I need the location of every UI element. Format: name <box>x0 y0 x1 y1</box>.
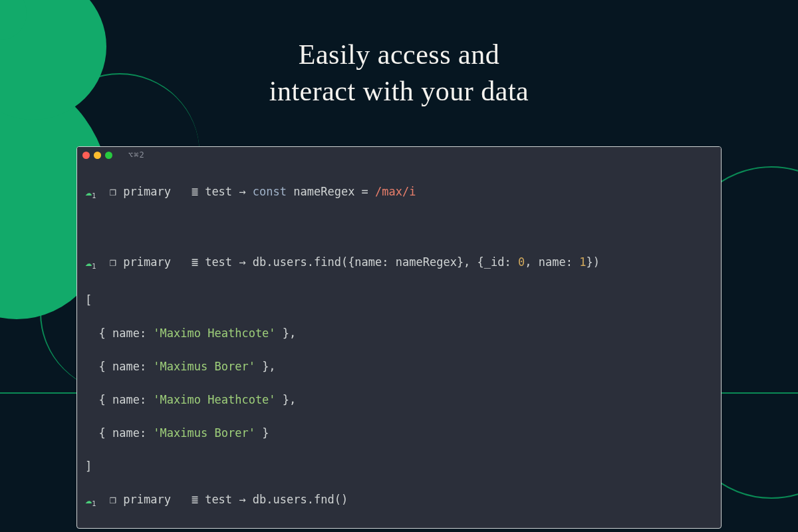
cmd2-n0: 0 <box>518 255 525 269</box>
prompt-index: 1 <box>92 192 96 200</box>
r2-pre: { name: <box>85 360 153 373</box>
r3-post: }, <box>276 393 297 406</box>
r4-pre: { name: <box>85 426 153 440</box>
prompt-index: 1 <box>92 500 96 507</box>
cmd1-regex: /max/i <box>375 185 416 198</box>
result-row-2: { name: 'Maximus Borer' }, <box>85 358 713 375</box>
terminal-tab-label: ⌥⌘2 <box>128 147 145 164</box>
terminal-titlebar: ⌥⌘2 <box>77 147 721 163</box>
terminal-body[interactable]: ☁1 ❐ primary ≣ test → const nameRegex = … <box>77 163 721 529</box>
r4-post: } <box>255 426 269 440</box>
result-close: ] <box>85 458 713 475</box>
database-icon: ≣ <box>192 255 198 269</box>
term-line-3: ☁1 ❐ primary ≣ test → db.users.fnd() <box>85 491 713 512</box>
term-line-1: ☁1 ❐ primary ≣ test → const nameRegex = … <box>85 184 713 204</box>
prompt-node: primary <box>123 255 171 269</box>
prompt-db: test <box>205 255 232 269</box>
cmd2: db.users.find({name: nameRegex}, {_id: <box>253 255 518 269</box>
result-row-4: { name: 'Maximus Borer' } <box>85 425 713 442</box>
r1-post: }, <box>276 327 297 340</box>
terminal-window[interactable]: ⌥⌘2 ☁1 ❐ primary ≣ test → const nameRege… <box>76 146 722 529</box>
headline-line-2: interact with your data <box>269 76 529 106</box>
cloud-icon: ☁ <box>85 255 92 269</box>
cloud-icon: ☁ <box>85 493 92 506</box>
kw-const: const <box>253 185 287 198</box>
cmd2-n1: 1 <box>579 255 586 269</box>
database-icon: ≣ <box>192 493 198 506</box>
traffic-minimize-icon[interactable] <box>94 152 101 159</box>
term-line-2: ☁1 ❐ primary ≣ test → db.users.find({nam… <box>85 254 713 275</box>
r2-string: 'Maximus Borer' <box>153 360 255 373</box>
stack-icon: ❐ <box>110 185 116 198</box>
prompt-db: test <box>205 493 232 506</box>
traffic-close-icon[interactable] <box>82 152 90 159</box>
stack-icon: ❐ <box>110 255 116 269</box>
hero-headline: Easily access and interact with your dat… <box>0 37 798 109</box>
cloud-icon: ☁ <box>85 185 92 198</box>
r4-string: 'Maximus Borer' <box>153 426 255 440</box>
r1-string: 'Maximo Heathcote' <box>153 327 275 340</box>
prompt-arrow: → <box>239 255 245 269</box>
traffic-zoom-icon[interactable] <box>105 152 112 159</box>
prompt-db: test <box>205 185 232 198</box>
prompt-node: primary <box>123 493 171 506</box>
blank-line-1 <box>85 221 713 237</box>
r3-string: 'Maximo Heathcote' <box>153 393 275 406</box>
result-row-3: { name: 'Maximo Heathcote' }, <box>85 392 713 408</box>
database-icon: ≣ <box>192 185 198 198</box>
cmd3: db.users.fnd() <box>253 493 348 506</box>
result-row-1: { name: 'Maximo Heathcote' }, <box>85 325 713 342</box>
cmd2-end: }) <box>586 255 599 269</box>
prompt-arrow: → <box>239 493 245 506</box>
prompt-index: 1 <box>92 263 96 271</box>
headline-line-1: Easily access and <box>299 39 499 70</box>
r3-pre: { name: <box>85 393 153 406</box>
prompt-arrow: → <box>239 185 245 198</box>
r1-pre: { name: <box>85 327 153 340</box>
prompt-node: primary <box>123 185 171 198</box>
stack-icon: ❐ <box>110 493 116 506</box>
cmd1-rest: nameRegex = <box>287 185 375 198</box>
cmd2-mid: , name: <box>525 255 579 269</box>
r2-post: }, <box>255 360 276 373</box>
result-open: [ <box>85 292 713 309</box>
